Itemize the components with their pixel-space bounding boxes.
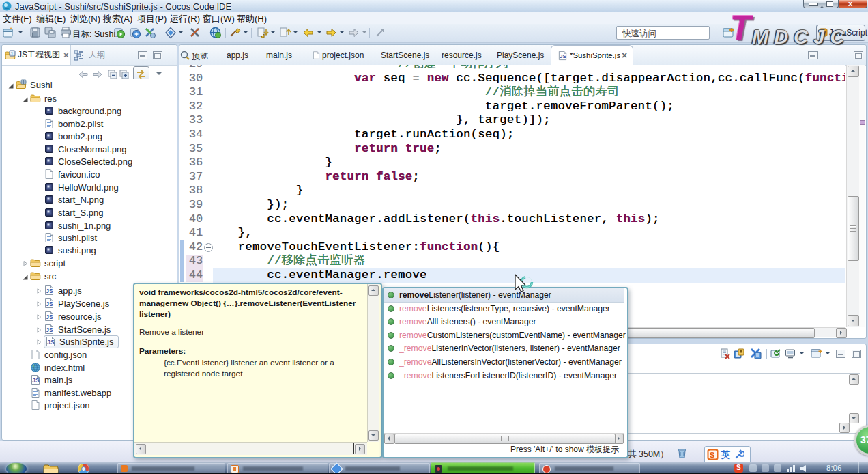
svg-text:J: J <box>10 51 13 56</box>
svg-text:S: S <box>710 451 714 459</box>
svg-text:J: J <box>821 30 824 36</box>
